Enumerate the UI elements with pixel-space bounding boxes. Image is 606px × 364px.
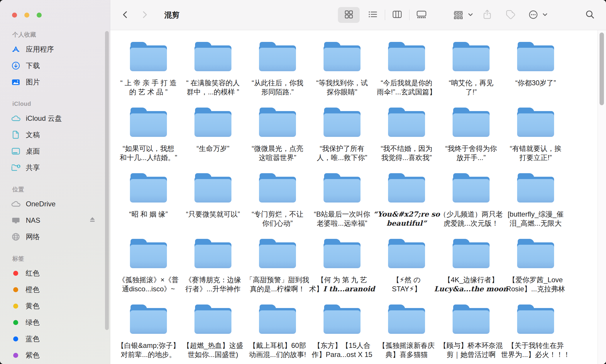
search-button[interactable] — [585, 9, 595, 21]
chevron-down-icon — [468, 12, 473, 18]
list-view-button[interactable] — [361, 7, 385, 23]
gallery-view-button[interactable] — [409, 7, 434, 23]
folder-item[interactable]: “生命万岁” — [181, 102, 245, 167]
sidebar-item-label: 黄色 — [26, 301, 40, 311]
view-switcher — [337, 0, 434, 30]
folder-item[interactable]: “ 在满脸笑容的人群中，...的模样 ” — [181, 36, 245, 102]
chevron-down-icon — [542, 12, 548, 18]
sidebar-item-tag-yellow[interactable]: 黄色 — [0, 298, 110, 314]
sidebar-item-shared[interactable]: 共享 — [0, 159, 110, 176]
folder-item[interactable]: [butterfly_综漫_催泪_高燃...无限大 — [503, 167, 568, 233]
folder-item[interactable]: 【孤独摇滚新春庆典】喜多猫猫 — [374, 299, 439, 364]
sidebar-item-tag-red[interactable]: 红色 — [0, 265, 110, 281]
folder-item[interactable]: “有错就要认，挨打要立正!” — [503, 102, 568, 167]
sidebar-item-nas[interactable]: NAS — [0, 212, 110, 229]
folder-item[interactable]: 【东方】【15人合作】Para...ost X 15 — [310, 299, 374, 364]
folder-item[interactable]: “从此往后，你我形同陌路.” — [245, 36, 310, 102]
folder-item[interactable]: 【顾与】桥本环奈混剪｜她曾活过啊 — [439, 299, 503, 364]
folder-item[interactable]: 【⚡然 のSTAY⚡】 — [374, 233, 439, 299]
folder-item[interactable]: 《孤独摇滚》×《普通disco...isco》~ — [116, 233, 181, 299]
sidebar-item-tag-orange[interactable]: 橙色 — [0, 281, 110, 298]
folder-item[interactable]: 【关于我转生在异世界为...】必火！！！ — [503, 299, 568, 364]
folder-icon — [453, 108, 490, 137]
folder-item[interactable]: 【何 为 第 九 艺术】I th...aranoid — [310, 233, 374, 299]
folder-item[interactable]: 【白银&amp;弥子】对前辈...的地步。 — [116, 299, 181, 364]
folder-icon — [194, 239, 231, 268]
tag-button[interactable] — [505, 9, 516, 21]
column-view-button[interactable] — [385, 7, 409, 23]
sidebar-item-label: 绿色 — [26, 318, 40, 327]
back-button[interactable] — [121, 10, 129, 20]
sidebar-item-desktop[interactable]: 桌面 — [0, 143, 110, 159]
sidebar-item-network[interactable]: 网络 — [0, 229, 110, 245]
columns-view-icon — [392, 9, 402, 21]
sidebar-item-onedrive[interactable]: OneDrive — [0, 196, 110, 212]
chevron-left-icon — [121, 10, 129, 20]
sidebar-section-header: 标签 — [12, 252, 110, 265]
folder-item[interactable]: “专门剪烂，不让你们心动” — [245, 167, 310, 233]
folder-item[interactable]: “You&#x27;re sobeautiful” — [374, 167, 439, 233]
folder-icon — [517, 42, 554, 71]
sidebar-item-tag-blue[interactable]: 蓝色 — [0, 331, 110, 347]
folder-item[interactable]: “昭 和 姻 缘” — [116, 167, 181, 233]
group-by-button[interactable] — [453, 10, 473, 21]
folder-item[interactable]: （少儿频道）两只老虎爱跳...次元版！ — [439, 167, 503, 233]
folder-item[interactable]: “我保护了所有人，唯...救下你” — [310, 102, 374, 167]
folder-icon — [194, 305, 231, 334]
sidebar-item-tag-green[interactable]: 绿色 — [0, 314, 110, 331]
sidebar-item-downloads[interactable]: 下载 — [0, 57, 110, 74]
folder-item[interactable]: 【4K_边缘行者】Lucy&a...the moon — [439, 233, 503, 299]
folder-item[interactable]: “我不结婚，因为我觉得...喜欢我” — [374, 102, 439, 167]
tag-dot-icon — [13, 353, 18, 358]
sidebar-item-icloud-drive[interactable]: iCloud 云盘 — [0, 110, 110, 127]
minimize-button[interactable] — [24, 13, 29, 18]
download-circle-icon — [11, 60, 21, 71]
display-icon — [11, 215, 21, 226]
grid-view-icon — [344, 9, 354, 21]
folder-item[interactable]: 「高甜预警」甜到我真的是...柠檬啊！ — [245, 233, 310, 299]
folder-item[interactable]: 【爱你罗茜_LoveRosie】...克拉弗林 — [503, 233, 568, 299]
content-area: 混剪 — [110, 0, 606, 364]
eject-icon[interactable] — [89, 216, 96, 225]
sidebar-item-applications[interactable]: 应用程序 — [0, 41, 110, 57]
sidebar-item-label: OneDrive — [26, 200, 55, 208]
sidebar-item-documents[interactable]: 文稿 — [0, 127, 110, 143]
folder-item[interactable]: “ 上 帝 亲 手 打 造的 艺 术 品 ” — [116, 36, 181, 102]
zoom-button[interactable] — [37, 13, 42, 18]
document-icon — [11, 130, 21, 140]
forward-button[interactable] — [141, 10, 148, 20]
close-button[interactable] — [12, 13, 17, 18]
folder-item[interactable]: “今后我就是你的雨伞!”...玄武国篇】 — [374, 36, 439, 102]
folder-item[interactable]: 《赛博朋克：边缘行者》...升华神作 — [181, 233, 245, 299]
sidebar: 个人收藏应用程序下载图片iCloudiCloud 云盘文稿桌面共享位置OneDr… — [0, 0, 110, 364]
chevron-right-icon — [141, 10, 148, 20]
tag-dot-icon — [13, 320, 18, 325]
folder-item[interactable]: “我终于舍得为你放开手...” — [439, 102, 503, 167]
sidebar-item-pictures[interactable]: 图片 — [0, 74, 110, 90]
scrollbar-track — [597, 30, 606, 364]
scrollbar-thumb[interactable] — [600, 33, 604, 105]
folder-item[interactable]: “呐艾伦，再见了!” — [439, 36, 503, 102]
folder-item[interactable]: “微微晨光，点亮这喧嚣世界” — [245, 102, 310, 167]
folder-icon — [259, 173, 296, 203]
sidebar-item-label: iCloud 云盘 — [26, 114, 62, 123]
folder-label: （少儿频道）两只老虎爱跳...次元版！ — [439, 210, 503, 228]
share-button[interactable] — [482, 9, 492, 21]
icon-view-button[interactable] — [338, 7, 360, 23]
folder-item[interactable]: “你都30岁了” — [503, 36, 568, 102]
sidebar-item-tag-purple[interactable]: 紫色 — [0, 347, 110, 363]
folder-icon — [130, 42, 167, 71]
folder-item[interactable]: 【超燃_热血】这盛世如你...国盛世) — [181, 299, 245, 364]
more-button[interactable] — [528, 9, 548, 21]
folder-view: “ 上 帝 亲 手 打 造的 艺 术 品 ”“ 在满脸笑容的人群中，...的模样… — [110, 30, 606, 364]
folder-item[interactable]: “如果可以，我想和十几...人结婚。” — [116, 102, 181, 167]
shared-folder-icon — [11, 162, 21, 173]
cloud-icon — [11, 199, 21, 209]
folder-item[interactable]: 【戴上耳机】60部动画混...们的故事! — [245, 299, 310, 364]
folder-label: “B站最后一次叫你老婆啦...远幸福” — [314, 210, 370, 228]
folder-icon — [259, 42, 296, 71]
folder-item[interactable]: “只要微笑就可以” — [181, 167, 245, 233]
folder-item[interactable]: “B站最后一次叫你老婆啦...远幸福” — [310, 167, 374, 233]
folder-item[interactable]: “等我找到你，试探你眼睛” — [310, 36, 374, 102]
sidebar-scrollbar[interactable] — [105, 31, 109, 330]
